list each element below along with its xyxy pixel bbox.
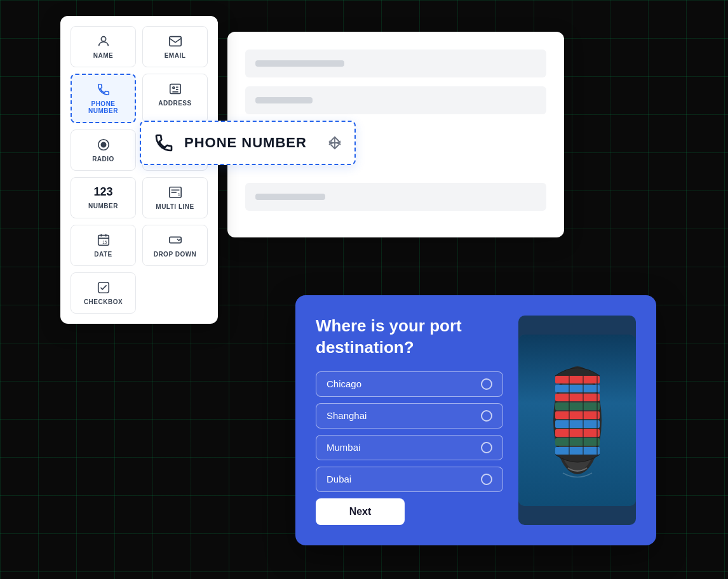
svg-rect-28 xyxy=(555,420,600,428)
svg-text:15: 15 xyxy=(102,240,107,244)
svg-rect-30 xyxy=(555,438,600,446)
quiz-panel: Where is your port destination? Chicago … xyxy=(295,295,656,545)
field-item-radio[interactable]: Radio xyxy=(71,130,136,171)
svg-point-0 xyxy=(101,37,105,41)
field-multiline-label: MULTI LINE xyxy=(156,203,194,210)
field-email-label: EMAIL xyxy=(165,52,186,59)
shanghai-radio xyxy=(481,410,492,422)
dubai-radio xyxy=(481,474,492,485)
phone-icon xyxy=(97,83,111,96)
ship-image-container xyxy=(518,316,636,525)
field-name-label: NAME xyxy=(93,52,113,59)
mumbai-radio xyxy=(481,442,492,453)
field-address-label: ADDRESS xyxy=(158,100,191,107)
date-icon: 15 xyxy=(97,233,111,247)
form-row-3 xyxy=(245,183,546,211)
quiz-title: Where is your port destination? xyxy=(316,316,503,359)
svg-rect-31 xyxy=(555,447,600,455)
phone-drag-icon xyxy=(154,133,174,153)
svg-point-5 xyxy=(101,142,105,147)
svg-rect-26 xyxy=(555,403,600,410)
number-display: 123 xyxy=(93,185,112,199)
quiz-option-dubai[interactable]: Dubai xyxy=(316,467,503,492)
mumbai-label: Mumbai xyxy=(327,442,360,453)
ship-image xyxy=(518,335,636,506)
dropdown-icon xyxy=(168,233,182,247)
field-item-email[interactable]: EMAIL xyxy=(142,26,208,67)
phone-drag-label: PHONE NUMBER xyxy=(184,135,307,151)
quiz-option-shanghai[interactable]: Shanghai xyxy=(316,403,503,429)
checkbox-icon xyxy=(97,281,111,295)
quiz-content: Where is your port destination? Chicago … xyxy=(316,316,503,525)
field-item-dropdown[interactable]: DROP DOWN xyxy=(142,225,208,266)
svg-rect-27 xyxy=(555,411,600,419)
user-icon xyxy=(97,34,111,48)
field-item-multiline[interactable]: 1 MULTI LINE xyxy=(142,177,208,218)
field-item-checkbox[interactable]: CHECKBOX xyxy=(71,272,136,314)
svg-point-3 xyxy=(172,87,174,89)
ship-svg xyxy=(536,357,619,484)
field-item-phone[interactable]: Phone Number xyxy=(71,74,136,123)
field-checkbox-label: CHECKBOX xyxy=(84,298,123,305)
svg-rect-29 xyxy=(555,429,600,437)
phone-drag-element[interactable]: PHONE NUMBER xyxy=(140,121,356,165)
shanghai-label: Shanghai xyxy=(327,410,367,421)
next-button[interactable]: Next xyxy=(316,498,405,525)
form-row-1 xyxy=(245,50,546,77)
quiz-option-chicago[interactable]: Chicago xyxy=(316,371,503,397)
chicago-radio xyxy=(481,378,492,390)
form-row-2 xyxy=(245,86,546,114)
multiline-icon: 1 xyxy=(168,185,182,199)
field-grid: NAME EMAIL Phone Number ADDRESS xyxy=(71,26,208,314)
field-number-label: NUMBER xyxy=(88,203,118,210)
form-placeholder-3 xyxy=(245,183,546,211)
field-dropdown-label: DROP DOWN xyxy=(154,251,197,258)
field-radio-label: Radio xyxy=(92,156,114,163)
svg-text:1: 1 xyxy=(177,192,180,197)
chicago-label: Chicago xyxy=(327,378,361,389)
svg-rect-23 xyxy=(555,376,600,383)
quiz-option-mumbai[interactable]: Mumbai xyxy=(316,435,503,460)
radio-icon xyxy=(97,138,111,152)
form-builder-panel: NAME EMAIL Phone Number ADDRESS xyxy=(60,16,218,324)
email-icon xyxy=(168,34,182,48)
dubai-label: Dubai xyxy=(327,474,351,484)
field-date-label: DATE xyxy=(94,251,112,258)
form-placeholder-1 xyxy=(245,50,546,77)
move-icon xyxy=(328,136,342,150)
form-placeholder-2 xyxy=(245,86,546,114)
address-icon xyxy=(168,82,182,96)
svg-rect-1 xyxy=(169,37,180,46)
field-item-name[interactable]: NAME xyxy=(71,26,136,67)
svg-rect-25 xyxy=(555,394,600,401)
svg-rect-24 xyxy=(555,385,600,392)
field-item-date[interactable]: 15 DATE xyxy=(71,225,136,266)
field-item-number[interactable]: 123 NUMBER xyxy=(71,177,136,218)
field-item-address[interactable]: ADDRESS xyxy=(142,74,208,123)
field-phone-label: Phone Number xyxy=(77,100,130,114)
